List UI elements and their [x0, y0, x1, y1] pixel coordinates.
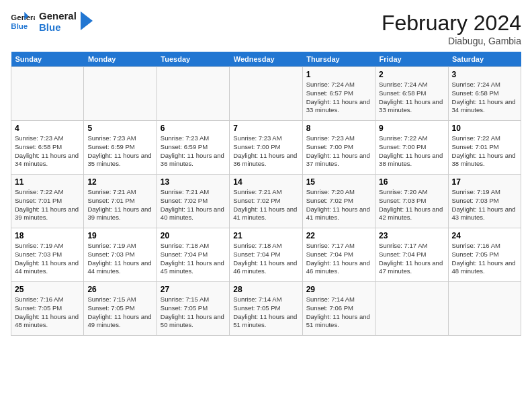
day-number: 22 — [306, 231, 371, 240]
day-number: 12 — [87, 177, 152, 187]
day-number: 2 — [379, 70, 444, 79]
day-info: Sunrise: 7:22 AMSunset: 7:01 PMDaylight:… — [15, 188, 80, 222]
col-friday: Friday — [375, 52, 448, 67]
table-row: 19Sunrise: 7:19 AMSunset: 7:03 PMDayligh… — [84, 228, 157, 282]
month-year-title: February 2024 — [382, 11, 521, 36]
day-number: 24 — [452, 231, 517, 240]
day-info: Sunrise: 7:19 AMSunset: 7:03 PMDaylight:… — [87, 242, 152, 276]
day-info: Sunrise: 7:17 AMSunset: 7:04 PMDaylight:… — [306, 242, 371, 276]
day-info: Sunrise: 7:19 AMSunset: 7:03 PMDaylight:… — [452, 188, 517, 222]
col-thursday: Thursday — [302, 52, 375, 67]
table-row: 1Sunrise: 7:24 AMSunset: 6:57 PMDaylight… — [302, 67, 375, 121]
day-number: 16 — [379, 177, 444, 187]
table-row: 8Sunrise: 7:23 AMSunset: 7:00 PMDaylight… — [302, 121, 375, 175]
table-row — [11, 67, 84, 121]
location-subtitle: Diabugu, Gambia — [382, 36, 521, 46]
day-number: 27 — [161, 285, 226, 294]
day-info: Sunrise: 7:22 AMSunset: 7:00 PMDaylight:… — [379, 134, 444, 169]
day-number: 26 — [87, 285, 152, 294]
col-tuesday: Tuesday — [157, 52, 229, 67]
day-number: 23 — [379, 231, 444, 240]
logo-arrow-icon — [81, 11, 93, 30]
table-row: 16Sunrise: 7:20 AMSunset: 7:03 PMDayligh… — [375, 175, 448, 228]
day-number: 17 — [452, 177, 517, 187]
calendar-table: Sunday Monday Tuesday Wednesday Thursday… — [11, 52, 521, 336]
day-number: 10 — [452, 124, 517, 133]
table-row: 26Sunrise: 7:15 AMSunset: 7:05 PMDayligh… — [84, 282, 157, 336]
day-info: Sunrise: 7:17 AMSunset: 7:04 PMDaylight:… — [379, 242, 444, 276]
table-row: 7Sunrise: 7:23 AMSunset: 7:00 PMDaylight… — [230, 121, 302, 175]
table-row: 9Sunrise: 7:22 AMSunset: 7:00 PMDaylight… — [375, 121, 448, 175]
table-row: 4Sunrise: 7:23 AMSunset: 6:58 PMDaylight… — [11, 121, 84, 175]
table-row: 2Sunrise: 7:24 AMSunset: 6:58 PMDaylight… — [375, 67, 448, 121]
table-row: 15Sunrise: 7:20 AMSunset: 7:02 PMDayligh… — [302, 175, 375, 228]
day-info: Sunrise: 7:14 AMSunset: 7:06 PMDaylight:… — [306, 295, 371, 330]
calendar-week-row: 4Sunrise: 7:23 AMSunset: 6:58 PMDaylight… — [11, 121, 521, 175]
day-number: 3 — [452, 70, 517, 79]
table-row: 11Sunrise: 7:22 AMSunset: 7:01 PMDayligh… — [11, 175, 84, 228]
table-row: 29Sunrise: 7:14 AMSunset: 7:06 PMDayligh… — [302, 282, 375, 336]
day-number: 20 — [161, 231, 226, 240]
day-number: 1 — [306, 70, 371, 79]
day-info: Sunrise: 7:23 AMSunset: 6:59 PMDaylight:… — [87, 134, 152, 169]
page-header: General Blue General Blue February 2024 … — [11, 11, 521, 46]
day-number: 14 — [233, 177, 298, 187]
title-block: February 2024 Diabugu, Gambia — [382, 11, 521, 46]
table-row: 5Sunrise: 7:23 AMSunset: 6:59 PMDaylight… — [84, 121, 157, 175]
col-sunday: Sunday — [11, 52, 84, 67]
calendar-week-row: 25Sunrise: 7:16 AMSunset: 7:05 PMDayligh… — [11, 282, 521, 336]
day-info: Sunrise: 7:23 AMSunset: 7:00 PMDaylight:… — [233, 134, 298, 169]
col-wednesday: Wednesday — [230, 52, 302, 67]
svg-text:General: General — [11, 13, 35, 21]
day-info: Sunrise: 7:24 AMSunset: 6:57 PMDaylight:… — [306, 81, 371, 115]
logo-blue: Blue — [39, 22, 77, 34]
table-row: 14Sunrise: 7:21 AMSunset: 7:02 PMDayligh… — [230, 175, 302, 228]
logo-general: General — [39, 11, 77, 22]
day-number: 21 — [233, 231, 298, 240]
day-number: 19 — [87, 231, 152, 240]
day-number: 25 — [15, 285, 80, 294]
day-info: Sunrise: 7:16 AMSunset: 7:05 PMDaylight:… — [15, 295, 80, 330]
day-number: 5 — [87, 124, 152, 133]
day-info: Sunrise: 7:18 AMSunset: 7:04 PMDaylight:… — [233, 242, 298, 276]
day-number: 8 — [306, 124, 371, 133]
table-row: 24Sunrise: 7:16 AMSunset: 7:05 PMDayligh… — [448, 228, 521, 282]
day-info: Sunrise: 7:15 AMSunset: 7:05 PMDaylight:… — [87, 295, 152, 330]
table-row — [375, 282, 448, 336]
table-row: 10Sunrise: 7:22 AMSunset: 7:01 PMDayligh… — [448, 121, 521, 175]
day-info: Sunrise: 7:24 AMSunset: 6:58 PMDaylight:… — [379, 81, 444, 115]
day-number: 9 — [379, 124, 444, 133]
col-monday: Monday — [84, 52, 157, 67]
day-info: Sunrise: 7:23 AMSunset: 7:00 PMDaylight:… — [306, 134, 371, 169]
table-row: 25Sunrise: 7:16 AMSunset: 7:05 PMDayligh… — [11, 282, 84, 336]
table-row — [230, 67, 302, 121]
day-info: Sunrise: 7:19 AMSunset: 7:03 PMDaylight:… — [15, 242, 80, 276]
table-row: 20Sunrise: 7:18 AMSunset: 7:04 PMDayligh… — [157, 228, 229, 282]
table-row: 13Sunrise: 7:21 AMSunset: 7:02 PMDayligh… — [157, 175, 229, 228]
table-row — [448, 282, 521, 336]
day-info: Sunrise: 7:21 AMSunset: 7:01 PMDaylight:… — [87, 188, 152, 222]
svg-marker-3 — [81, 11, 93, 30]
day-info: Sunrise: 7:24 AMSunset: 6:58 PMDaylight:… — [452, 81, 517, 115]
table-row: 22Sunrise: 7:17 AMSunset: 7:04 PMDayligh… — [302, 228, 375, 282]
table-row: 27Sunrise: 7:15 AMSunset: 7:05 PMDayligh… — [157, 282, 229, 336]
day-info: Sunrise: 7:22 AMSunset: 7:01 PMDaylight:… — [452, 134, 517, 169]
table-row: 21Sunrise: 7:18 AMSunset: 7:04 PMDayligh… — [230, 228, 302, 282]
table-row: 6Sunrise: 7:23 AMSunset: 6:59 PMDaylight… — [157, 121, 229, 175]
table-row — [84, 67, 157, 121]
calendar-week-row: 11Sunrise: 7:22 AMSunset: 7:01 PMDayligh… — [11, 175, 521, 228]
day-number: 6 — [161, 124, 226, 133]
day-number: 4 — [15, 124, 80, 133]
calendar-week-row: 18Sunrise: 7:19 AMSunset: 7:03 PMDayligh… — [11, 228, 521, 282]
table-row: 18Sunrise: 7:19 AMSunset: 7:03 PMDayligh… — [11, 228, 84, 282]
day-number: 18 — [15, 231, 80, 240]
day-info: Sunrise: 7:18 AMSunset: 7:04 PMDaylight:… — [161, 242, 226, 276]
day-number: 28 — [233, 285, 298, 294]
day-info: Sunrise: 7:20 AMSunset: 7:03 PMDaylight:… — [379, 188, 444, 222]
table-row — [157, 67, 229, 121]
day-info: Sunrise: 7:23 AMSunset: 6:58 PMDaylight:… — [15, 134, 80, 169]
day-info: Sunrise: 7:21 AMSunset: 7:02 PMDaylight:… — [233, 188, 298, 222]
day-info: Sunrise: 7:21 AMSunset: 7:02 PMDaylight:… — [161, 188, 226, 222]
col-saturday: Saturday — [448, 52, 521, 67]
day-info: Sunrise: 7:14 AMSunset: 7:05 PMDaylight:… — [233, 295, 298, 330]
